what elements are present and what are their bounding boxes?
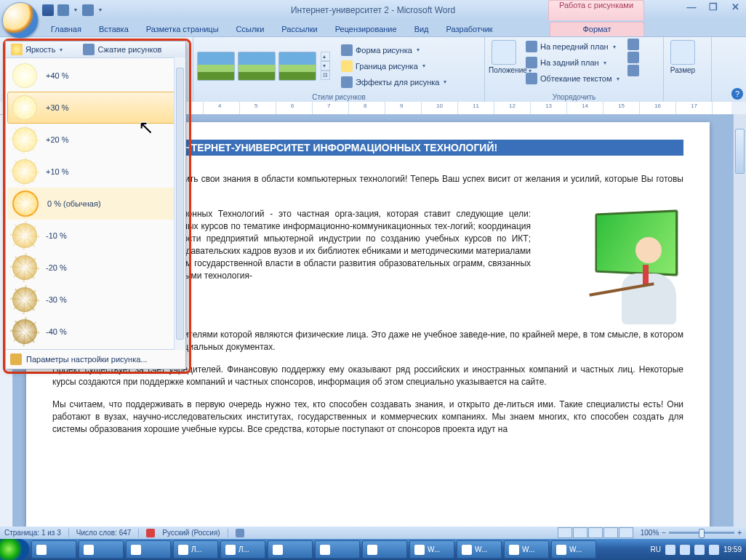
app-icon: [225, 545, 236, 555]
taskbar-item[interactable]: [126, 540, 171, 559]
picture-style-gallery[interactable]: ▴ ▾ ⊟: [197, 52, 330, 81]
tab-insert[interactable]: Вставка: [90, 23, 137, 36]
tray-icon[interactable]: [680, 545, 690, 555]
quick-access-toolbar: ▾ ▾: [42, 4, 103, 16]
view-web[interactable]: [588, 527, 603, 538]
brightness-dropdown: Яркость▾ Сжатие рисунков +40 %+30 %+20 %…: [5, 41, 186, 369]
gallery-scroll-up[interactable]: ▴: [321, 52, 330, 61]
volume-icon[interactable]: [709, 545, 719, 555]
save-icon[interactable]: [42, 4, 54, 16]
start-button[interactable]: [0, 539, 29, 560]
paragraph: Мы считаем, что поддерживать в первую оч…: [52, 399, 683, 436]
app-icon: [367, 545, 377, 555]
status-words[interactable]: Число слов: 647: [76, 529, 132, 537]
zoom-slider[interactable]: [669, 532, 734, 534]
picture-border-button[interactable]: Граница рисунка▾: [337, 58, 451, 74]
close-button[interactable]: ✕: [729, 1, 742, 12]
undo-dropdown[interactable]: ▾: [73, 4, 79, 16]
rotate-icon[interactable]: [627, 65, 639, 76]
picture-style-thumb[interactable]: [197, 52, 235, 81]
picture-effects-button[interactable]: Эффекты для рисунка▾: [337, 74, 451, 90]
office-button[interactable]: [2, 2, 39, 39]
tab-home[interactable]: Главная: [42, 23, 90, 36]
macro-icon[interactable]: [236, 529, 244, 537]
status-page[interactable]: Страница: 1 из 3: [4, 529, 61, 537]
picture-tools-tab-header: Работа с рисунками: [548, 0, 644, 20]
zoom-in[interactable]: +: [737, 529, 742, 537]
taskbar-item[interactable]: [31, 540, 76, 559]
brightness-option[interactable]: +30 %: [7, 92, 184, 124]
minimize-button[interactable]: —: [685, 1, 698, 12]
group-icon[interactable]: [627, 52, 639, 63]
brightness-option[interactable]: +20 %: [7, 124, 184, 156]
taskbar-item[interactable]: W...: [409, 540, 454, 559]
shape-icon: [341, 44, 353, 56]
help-button[interactable]: ?: [731, 88, 743, 100]
language-indicator[interactable]: RU: [651, 545, 661, 553]
taskbar-item[interactable]: W...: [457, 540, 502, 559]
sun-icon: [12, 287, 37, 312]
sun-icon: [12, 159, 37, 184]
app-icon: [36, 545, 47, 555]
taskbar-item[interactable]: [362, 540, 407, 559]
gallery-more[interactable]: ⊟: [321, 71, 330, 80]
view-full-screen[interactable]: [573, 527, 587, 538]
maximize-button[interactable]: ❐: [707, 1, 720, 12]
picture-correction-options[interactable]: Параметры настройки рисунка...: [6, 349, 185, 369]
tab-developer[interactable]: Разработчик: [438, 23, 502, 36]
compress-icon: [83, 44, 95, 55]
clipart-teacher[interactable]: [538, 208, 683, 324]
taskbar-item[interactable]: W...: [504, 540, 549, 559]
brightness-button[interactable]: Яркость▾: [6, 41, 68, 57]
taskbar-item[interactable]: [79, 540, 124, 559]
vertical-scrollbar[interactable]: [733, 114, 746, 527]
tab-references[interactable]: Ссылки: [228, 23, 273, 36]
position-button[interactable]: Положение▾: [489, 39, 519, 74]
zoom-value[interactable]: 100%: [641, 529, 659, 537]
taskbar-item[interactable]: Л...: [220, 540, 265, 559]
picture-shape-button[interactable]: Форма рисунка▾: [337, 42, 451, 58]
picture-style-thumb[interactable]: [278, 52, 316, 81]
dropdown-scrollbar[interactable]: [174, 57, 185, 350]
app-icon: [131, 545, 141, 555]
clock[interactable]: 19:59: [723, 545, 742, 553]
status-language[interactable]: Русский (Россия): [162, 529, 220, 537]
qat-customize[interactable]: ▾: [97, 4, 103, 16]
size-button[interactable]: Размер: [667, 39, 698, 74]
view-print-layout[interactable]: [558, 527, 572, 538]
tray-icon[interactable]: [665, 545, 675, 555]
taskbar-item[interactable]: [268, 540, 313, 559]
brightness-option[interactable]: +10 %: [7, 156, 184, 188]
brightness-option[interactable]: 0 % (обычная): [7, 188, 184, 220]
view-draft[interactable]: [619, 527, 633, 538]
brightness-option[interactable]: -40 %: [7, 316, 184, 348]
taskbar-item[interactable]: [315, 540, 360, 559]
sun-icon: [12, 127, 37, 152]
text-wrap-icon: [526, 73, 537, 84]
tab-format[interactable]: Формат: [550, 22, 644, 36]
gallery-scroll-down[interactable]: ▾: [321, 61, 330, 71]
send-back-button[interactable]: На задний план▾: [521, 55, 624, 71]
compress-pictures-button[interactable]: Сжатие рисунков: [78, 41, 167, 57]
tray-icon[interactable]: [694, 545, 705, 555]
proofing-icon[interactable]: [146, 529, 155, 537]
brightness-option[interactable]: -10 %: [7, 220, 184, 252]
align-icon[interactable]: [627, 39, 639, 50]
tab-review[interactable]: Рецензирование: [326, 23, 406, 36]
undo-icon[interactable]: [57, 4, 69, 16]
bring-front-button[interactable]: На передний план▾: [521, 39, 624, 55]
zoom-out[interactable]: −: [662, 529, 666, 537]
taskbar-item[interactable]: W...: [551, 540, 596, 559]
effects-icon: [341, 76, 353, 88]
taskbar-item[interactable]: Л...: [173, 540, 218, 559]
redo-icon[interactable]: [82, 4, 94, 16]
tab-mailings[interactable]: Рассылки: [273, 23, 326, 36]
brightness-option[interactable]: -30 %: [7, 284, 184, 316]
picture-style-thumb[interactable]: [238, 52, 276, 81]
view-outline[interactable]: [603, 527, 618, 538]
text-wrap-button[interactable]: Обтекание текстом▾: [521, 71, 624, 87]
brightness-option[interactable]: +40 %: [7, 60, 184, 92]
brightness-option[interactable]: -20 %: [7, 252, 184, 284]
tab-page-layout[interactable]: Разметка страницы: [137, 23, 228, 36]
tab-view[interactable]: Вид: [406, 23, 438, 36]
